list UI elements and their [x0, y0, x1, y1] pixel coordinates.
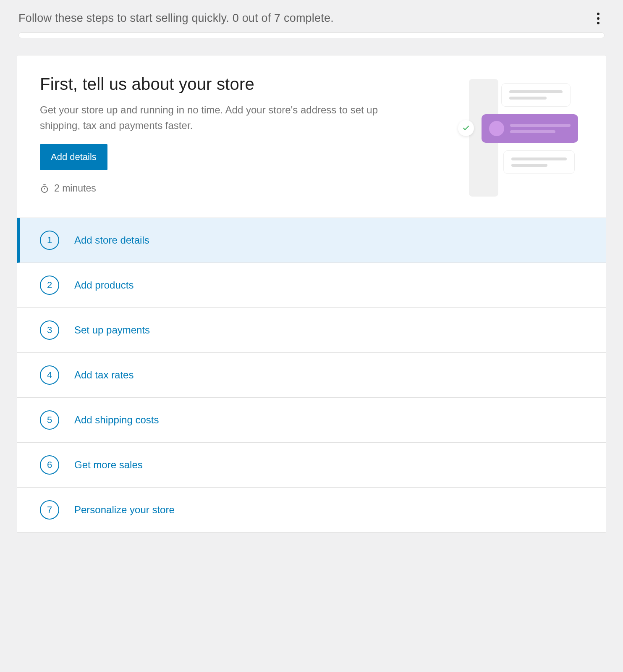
task-item-1[interactable]: 1Add store details [17, 218, 606, 263]
hero-title: First, tell us about your store [40, 75, 401, 94]
page-subtitle: Follow these steps to start selling quic… [18, 12, 334, 25]
task-item-7[interactable]: 7Personalize your store [17, 488, 606, 532]
task-step-number: 6 [40, 455, 59, 475]
task-item-2[interactable]: 2Add products [17, 263, 606, 308]
task-step-number: 7 [40, 500, 59, 520]
task-label: Add store details [74, 234, 149, 246]
hero-description: Get your store up and running in no time… [40, 102, 401, 133]
task-item-3[interactable]: 3Set up payments [17, 308, 606, 353]
task-label: Personalize your store [74, 504, 175, 516]
task-step-number: 4 [40, 365, 59, 385]
task-step-number: 1 [40, 231, 59, 250]
task-list: 1Add store details2Add products3Set up p… [17, 218, 606, 532]
add-details-button[interactable]: Add details [40, 144, 107, 170]
task-item-6[interactable]: 6Get more sales [17, 443, 606, 488]
task-label: Add products [74, 279, 134, 291]
task-label: Get more sales [74, 459, 143, 471]
task-item-4[interactable]: 4Add tax rates [17, 353, 606, 398]
progress-bar [18, 32, 605, 38]
check-icon [458, 120, 474, 136]
task-label: Add shipping costs [74, 414, 159, 426]
task-step-number: 2 [40, 276, 59, 295]
setup-card: First, tell us about your store Get your… [17, 55, 606, 533]
stopwatch-icon [40, 184, 49, 193]
time-estimate: 2 minutes [40, 183, 401, 209]
more-options-button[interactable] [592, 12, 605, 25]
task-label: Set up payments [74, 324, 150, 336]
time-estimate-label: 2 minutes [54, 183, 96, 194]
task-step-number: 5 [40, 410, 59, 430]
task-label: Add tax rates [74, 369, 134, 381]
task-step-number: 3 [40, 320, 59, 340]
task-item-5[interactable]: 5Add shipping costs [17, 398, 606, 443]
hero-illustration [452, 79, 582, 178]
